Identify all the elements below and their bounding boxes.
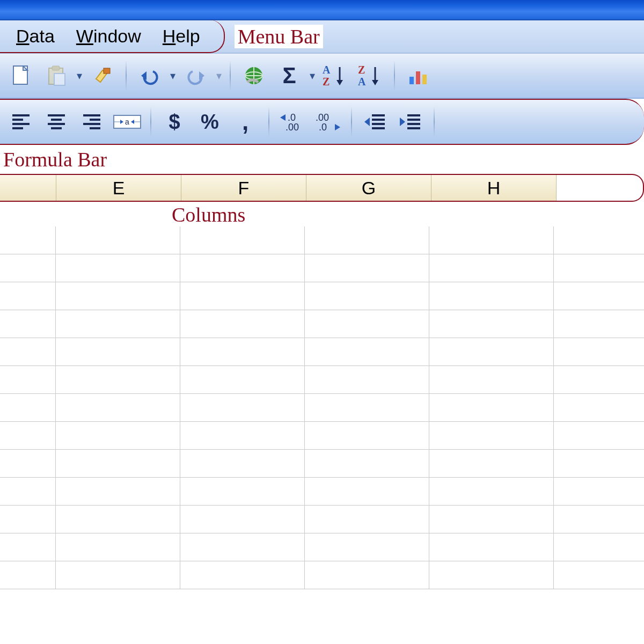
cell[interactable] [554,366,644,394]
cell[interactable] [554,338,644,366]
column-header-g[interactable]: G [306,175,431,201]
cell[interactable] [0,506,56,533]
hyperlink-icon[interactable] [238,60,269,91]
worksheet-grid[interactable] [0,226,644,589]
cell[interactable] [180,561,305,589]
cell[interactable] [0,422,56,450]
sort-descending-icon[interactable]: ZA [355,60,386,91]
autosum-dropdown-icon[interactable]: ▾ [307,69,318,82]
cell[interactable] [180,533,305,561]
cell[interactable] [56,561,180,589]
align-left-icon[interactable] [5,106,36,137]
cell[interactable] [0,338,56,366]
cell[interactable] [554,310,644,338]
cell[interactable] [0,561,56,589]
cell[interactable] [305,338,429,366]
cell[interactable] [180,310,305,338]
cell[interactable] [554,226,644,254]
currency-icon[interactable]: $ [159,106,190,137]
cell[interactable] [305,394,429,422]
menu-window[interactable]: Window [76,26,141,47]
cell[interactable] [56,226,180,254]
cell[interactable] [180,254,305,282]
cell[interactable] [0,282,56,310]
sort-ascending-icon[interactable]: AZ [320,60,351,91]
menu-data[interactable]: Data [16,26,55,47]
autosum-icon[interactable]: Σ [274,60,305,91]
merge-center-icon[interactable]: a [112,106,143,137]
cell[interactable] [429,394,554,422]
menu-help[interactable]: Help [163,26,200,47]
cell[interactable] [56,506,180,533]
undo-icon[interactable] [134,60,165,91]
cell[interactable] [180,478,305,506]
cell[interactable] [0,450,56,478]
cell[interactable] [554,533,644,561]
cell[interactable] [554,282,644,310]
cell[interactable] [305,226,429,254]
cell[interactable] [429,310,554,338]
cell[interactable] [305,282,429,310]
cell[interactable] [429,226,554,254]
cell[interactable] [305,450,429,478]
cell[interactable] [56,310,180,338]
column-header-f[interactable]: F [181,175,306,201]
cell[interactable] [305,478,429,506]
column-header-h[interactable]: H [431,175,557,201]
paste-dropdown-icon[interactable]: ▾ [74,69,85,82]
cell[interactable] [429,366,554,394]
cell[interactable] [305,561,429,589]
cell[interactable] [180,422,305,450]
cell[interactable] [305,366,429,394]
cell[interactable] [56,254,180,282]
cell[interactable] [305,310,429,338]
cell[interactable] [56,282,180,310]
cell[interactable] [0,254,56,282]
cell[interactable] [429,506,554,533]
cell[interactable] [180,450,305,478]
cell[interactable] [554,561,644,589]
format-painter-icon[interactable] [87,60,118,91]
cell[interactable] [180,506,305,533]
cell[interactable] [56,366,180,394]
cell[interactable] [305,254,429,282]
cell[interactable] [0,226,56,254]
cell[interactable] [429,533,554,561]
cell[interactable] [180,282,305,310]
decrease-decimal-icon[interactable]: .00.0 [312,106,343,137]
cell[interactable] [429,422,554,450]
cell[interactable] [56,450,180,478]
increase-indent-icon[interactable] [395,106,426,137]
cell[interactable] [429,478,554,506]
cell[interactable] [554,422,644,450]
cell[interactable] [180,226,305,254]
cell[interactable] [56,533,180,561]
cell[interactable] [0,310,56,338]
cell[interactable] [56,394,180,422]
cell[interactable] [0,533,56,561]
cell[interactable] [56,422,180,450]
chart-wizard-icon[interactable] [402,60,434,91]
cell[interactable] [554,254,644,282]
undo-dropdown-icon[interactable]: ▾ [167,69,178,82]
cell[interactable] [429,282,554,310]
column-header-blank[interactable] [0,175,56,201]
new-document-icon[interactable] [5,60,36,91]
cell[interactable] [305,506,429,533]
column-header-e[interactable]: E [56,175,181,201]
cell[interactable] [429,338,554,366]
cell[interactable] [429,561,554,589]
cell[interactable] [554,506,644,533]
cell[interactable] [554,450,644,478]
cell[interactable] [180,338,305,366]
increase-decimal-icon[interactable]: .0.00 [277,106,308,137]
percent-icon[interactable]: % [194,106,225,137]
cell[interactable] [305,533,429,561]
paste-icon[interactable] [41,60,72,91]
cell[interactable] [180,366,305,394]
cell[interactable] [305,422,429,450]
align-right-icon[interactable] [76,106,107,137]
cell[interactable] [554,394,644,422]
cell[interactable] [56,338,180,366]
cell[interactable] [56,478,180,506]
